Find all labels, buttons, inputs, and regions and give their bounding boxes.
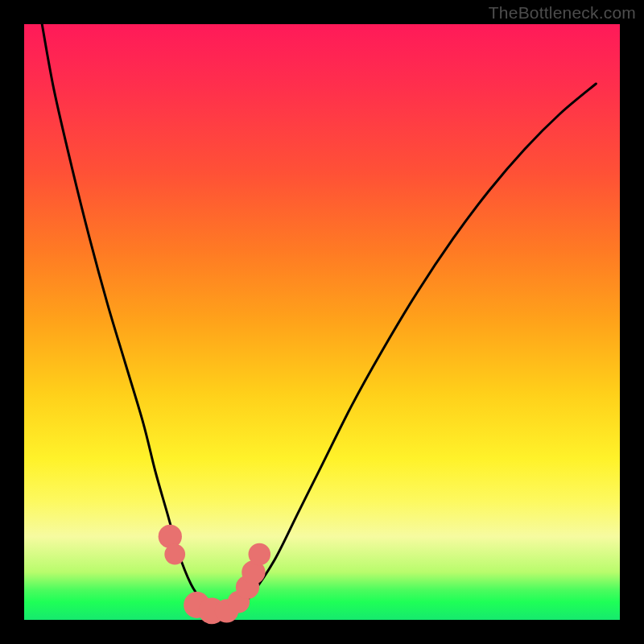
curve-marker xyxy=(164,544,185,565)
bottleneck-curve xyxy=(42,24,596,615)
curve-svg xyxy=(24,24,620,620)
watermark-text: TheBottleneck.com xyxy=(489,3,636,23)
plot-area xyxy=(24,24,620,620)
curve-marker xyxy=(249,543,271,566)
curve-markers xyxy=(159,525,270,625)
chart-frame: TheBottleneck.com xyxy=(0,0,644,644)
